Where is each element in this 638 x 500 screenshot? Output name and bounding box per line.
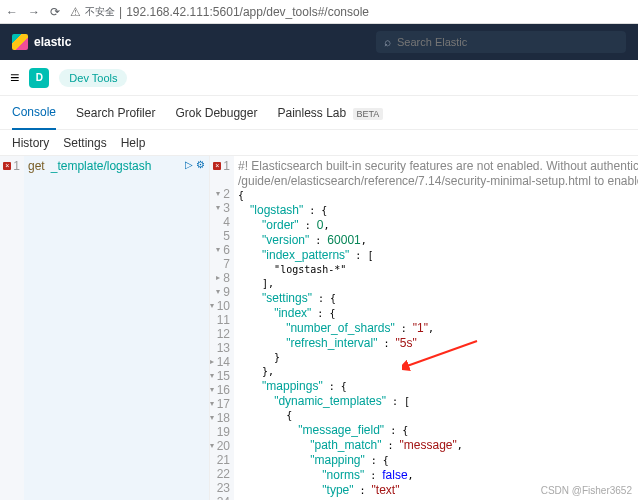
response-viewer[interactable]: #! Elasticsearch built-in security featu…: [234, 156, 638, 500]
send-request-icon[interactable]: ▷: [185, 159, 193, 170]
logo-text: elastic: [34, 35, 71, 49]
tab-console[interactable]: Console: [12, 96, 56, 130]
settings-link[interactable]: Settings: [63, 136, 106, 150]
forward-icon[interactable]: →: [28, 5, 40, 19]
url-bar[interactable]: ⚠ 不安全 | 192.168.42.111:5601/app/dev_tool…: [70, 5, 369, 19]
response-gutter: ×1▾2▾345▾67▸8▾9▾10111213▸14▾15▾16▾17▾181…: [210, 156, 234, 500]
request-options-icon[interactable]: ⚙: [196, 159, 205, 170]
browser-chrome: ← → ⟳ ⚠ 不安全 | 192.168.42.111:5601/app/de…: [0, 0, 638, 24]
tab-grok-debugger[interactable]: Grok Debugger: [175, 97, 257, 129]
console-toolbar: History Settings Help: [0, 130, 638, 156]
breadcrumb-pill[interactable]: Dev Tools: [59, 69, 127, 87]
watermark: CSDN @Fisher3652: [541, 485, 632, 496]
beta-badge: BETA: [353, 108, 384, 120]
security-badge: 不安全: [85, 5, 115, 19]
history-link[interactable]: History: [12, 136, 49, 150]
reload-icon[interactable]: ⟳: [50, 5, 60, 19]
help-link[interactable]: Help: [121, 136, 146, 150]
global-search[interactable]: ⌕: [376, 31, 626, 53]
top-nav: elastic ⌕: [0, 24, 638, 60]
search-input[interactable]: [397, 36, 618, 48]
elastic-logo[interactable]: elastic: [12, 34, 71, 50]
tabs: Console Search Profiler Grok Debugger Pa…: [0, 96, 638, 130]
editor-panes: ×1 get _template/logstash ▷ ⚙ ×1▾2▾345▾6…: [0, 156, 638, 500]
space-badge[interactable]: D: [29, 68, 49, 88]
tab-painless-lab[interactable]: Painless Lab BETA: [277, 97, 383, 129]
search-icon: ⌕: [384, 35, 391, 49]
secondary-bar: ≡ D Dev Tools: [0, 60, 638, 96]
url-text: 192.168.42.111:5601/app/dev_tools#/conso…: [126, 5, 369, 19]
logo-icon: [12, 34, 28, 50]
error-marker-icon: ×: [3, 162, 11, 170]
back-icon[interactable]: ←: [6, 5, 18, 19]
request-editor[interactable]: get _template/logstash: [24, 156, 209, 500]
hamburger-icon[interactable]: ≡: [10, 69, 19, 87]
request-pane: ×1 get _template/logstash ▷ ⚙: [0, 156, 210, 500]
response-pane: ×1▾2▾345▾67▸8▾9▾10111213▸14▾15▾16▾17▾181…: [210, 156, 638, 500]
warn-icon: ⚠: [70, 5, 81, 19]
request-gutter: ×1: [0, 156, 24, 500]
tab-search-profiler[interactable]: Search Profiler: [76, 97, 155, 129]
